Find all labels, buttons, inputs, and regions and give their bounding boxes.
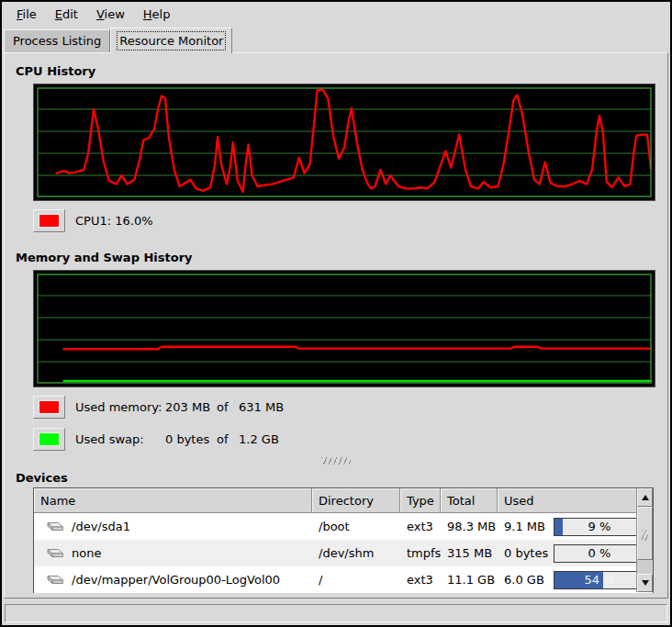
system-monitor-window: { "menu": { "items": [ {"label": "File"}… [0, 0, 672, 627]
memory-swap-history-graph [33, 270, 655, 387]
cpu-history-title: CPU History [16, 64, 667, 78]
menu-file[interactable]: File [7, 5, 46, 25]
device-used-text: 0 bytes [504, 546, 548, 560]
tab-process-listing[interactable]: Process Listing [4, 29, 110, 52]
used-memory-color-swatch-button[interactable] [33, 396, 65, 419]
column-header-type[interactable]: Type [400, 488, 441, 513]
cpu-history-graph [33, 84, 655, 201]
used-memory-value: 203 MB [165, 400, 217, 414]
arrow-down-icon [642, 580, 649, 586]
device-name: none [34, 546, 312, 560]
column-header-name[interactable]: Name [34, 488, 312, 513]
memory-swap-plot [37, 274, 652, 384]
device-directory: /boot [312, 520, 400, 533]
cpu1-color-swatch-button[interactable] [33, 209, 65, 232]
device-type: ext3 [400, 573, 441, 587]
column-header-used[interactable]: Used [498, 488, 653, 513]
device-usage-percent-label: 0 % [554, 545, 644, 562]
resource-monitor-page: CPU History CPU1: 16.0% Memory and Swap … [4, 52, 668, 599]
pane-resize-grip[interactable] [321, 457, 351, 465]
device-name: /dev/mapper/VolGroup00-LogVol00 [34, 573, 312, 587]
disk-drive-icon [45, 520, 65, 533]
used-swap-legend-row: Used swap: 0 bytes of 1.2 GB [33, 428, 667, 451]
devices-table: NameDirectoryTypeTotalUsed /dev/sda1/boo… [33, 487, 654, 593]
column-header-total[interactable]: Total [441, 488, 498, 513]
device-type: ext3 [400, 520, 441, 533]
disk-drive-icon [45, 573, 65, 587]
arrow-up-icon [642, 495, 649, 500]
device-name: /dev/sda1 [34, 520, 312, 533]
menu-edit[interactable]: Edit [46, 5, 87, 25]
device-directory: /dev/shm [312, 546, 400, 560]
menu-bar: FileEditViewHelp [2, 2, 670, 27]
tab-strip: Process Listing Resource Monitor [2, 27, 670, 52]
used-swap-value: 0 bytes [165, 432, 217, 446]
used-swap-label: Used swap: [75, 432, 165, 446]
device-used-text: 9.1 MB [504, 520, 545, 533]
scrollbar-thumb[interactable] [637, 507, 653, 560]
device-total: 11.1 GB [441, 573, 498, 587]
device-name-text: none [72, 546, 101, 560]
device-usage-progressbar: 54 % [554, 571, 645, 589]
device-row[interactable]: none/dev/shmtmpfs315 MB0 bytes0 % [34, 540, 653, 566]
devices-title: Devices [16, 471, 667, 485]
device-used-cell: 6.0 GB54 % [498, 571, 653, 589]
menu-help[interactable]: Help [134, 5, 180, 25]
device-type: tmpfs [400, 546, 441, 560]
devices-table-header: NameDirectoryTypeTotalUsed [34, 488, 653, 513]
device-usage-progressbar: 0 % [554, 544, 645, 563]
device-usage-progressbar: 9 % [554, 518, 645, 536]
menu-view[interactable]: View [87, 5, 134, 25]
cpu1-color-swatch [39, 214, 60, 228]
used-swap-color-swatch-button[interactable] [33, 428, 65, 451]
cpu-legend-row: CPU1: 16.0% [33, 209, 667, 232]
device-row[interactable]: /dev/sda1/bootext398.3 MB9.1 MB9 % [34, 513, 653, 540]
used-memory-total: 631 MB [239, 400, 284, 414]
devices-table-body: /dev/sda1/bootext398.3 MB9.1 MB9 % none/… [34, 513, 653, 593]
disk-drive-icon [45, 546, 65, 560]
device-name-text: /dev/sda1 [72, 520, 130, 533]
used-memory-of: of [217, 400, 239, 414]
used-memory-color-swatch [39, 400, 60, 414]
cpu-history-plot [37, 87, 652, 197]
tab-resource-monitor-label: Resource Monitor [119, 34, 223, 48]
device-total: 98.3 MB [441, 520, 498, 533]
tab-process-listing-label: Process Listing [13, 34, 101, 48]
used-swap-total: 1.2 GB [239, 432, 279, 446]
scrollbar-up-button[interactable] [637, 488, 653, 507]
scrollbar-down-button[interactable] [637, 574, 653, 592]
devices-vertical-scrollbar[interactable] [636, 488, 653, 592]
used-swap-of: of [217, 432, 239, 446]
status-bar [5, 604, 667, 622]
device-used-cell: 0 bytes0 % [498, 544, 653, 563]
device-row[interactable]: /dev/mapper/VolGroup00-LogVol00/ext311.1… [34, 566, 653, 593]
column-header-directory[interactable]: Directory [312, 488, 400, 513]
used-swap-color-swatch [39, 432, 60, 446]
tab-resource-monitor[interactable]: Resource Monitor [110, 28, 232, 53]
device-total: 315 MB [441, 546, 498, 560]
memory-swap-history-title: Memory and Swap History [16, 251, 667, 264]
used-memory-label: Used memory: [75, 400, 165, 414]
device-name-text: /dev/mapper/VolGroup00-LogVol00 [72, 573, 280, 587]
cpu1-usage-label: CPU1: 16.0% [75, 214, 153, 228]
device-used-cell: 9.1 MB9 % [498, 518, 653, 536]
device-usage-percent-label: 54 % [554, 572, 644, 588]
device-directory: / [312, 573, 400, 587]
used-memory-legend-row: Used memory: 203 MB of 631 MB [33, 396, 667, 419]
device-used-text: 6.0 GB [504, 573, 544, 587]
device-usage-percent-label: 9 % [554, 519, 644, 535]
